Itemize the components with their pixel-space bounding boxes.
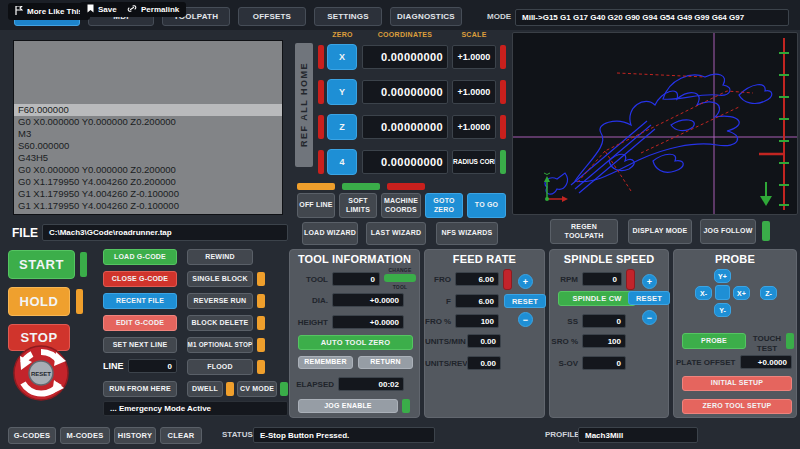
run-from-here-button[interactable]: RUN FROM HERE	[103, 381, 177, 397]
edit-gcode-button[interactable]: EDIT G-CODE	[103, 315, 177, 331]
load-wizard-button[interactable]: LOAD WIZARD	[302, 222, 358, 245]
zero-z-button[interactable]: Z	[327, 114, 357, 140]
zero-y-button[interactable]: Y	[327, 79, 357, 105]
machine-coords-button[interactable]: MACHINE COORDS	[381, 193, 421, 218]
radius-correct-button[interactable]: RADIUS CORRECT	[452, 150, 496, 174]
ref-all-home-button[interactable]: REF ALL HOME	[295, 43, 313, 167]
plate-offset-field[interactable]: +0.0000	[740, 355, 792, 369]
hold-button[interactable]: HOLD	[8, 287, 70, 316]
zero-x-button[interactable]: X	[327, 44, 357, 70]
return-button[interactable]: RETURN	[358, 356, 413, 369]
jog-x-minus-button[interactable]: X-	[695, 286, 712, 300]
jog-follow-button[interactable]: JOG FOLLOW	[700, 219, 756, 244]
reverse-run-button[interactable]: REVERSE RUN	[187, 293, 253, 309]
z-scale-dro[interactable]: +1.0000	[452, 115, 496, 139]
jog-center-button[interactable]	[715, 285, 730, 300]
goto-zero-button[interactable]: GOTO ZERO	[425, 193, 463, 218]
tab-offsets[interactable]: OFFSETS	[238, 7, 306, 26]
single-block-button[interactable]: SINGLE BLOCK	[187, 271, 253, 287]
jog-x-plus-button[interactable]: X+	[733, 286, 750, 300]
auto-tool-zero-button[interactable]: AUTO TOOL ZERO	[298, 335, 413, 350]
toolpath-display[interactable]	[512, 32, 798, 215]
units-min-label: UNITS/MIN	[425, 337, 463, 346]
change-tool-label-top: CHANGE	[382, 267, 418, 273]
nfs-wizards-button[interactable]: NFS WIZARDS	[436, 222, 498, 245]
sro-slider[interactable]	[626, 269, 635, 290]
save-button[interactable]: Save	[80, 2, 124, 17]
rpm-field[interactable]: 0	[582, 272, 622, 286]
initial-setup-button[interactable]: INITIAL SETUP	[682, 376, 792, 391]
recent-file-button[interactable]: RECENT FILE	[103, 293, 177, 309]
regen-toolpath-button[interactable]: REGEN TOOLPATH	[550, 219, 618, 244]
more-like-this-button[interactable]: More Like This	[8, 3, 90, 20]
hold-led	[76, 289, 83, 314]
to-go-button[interactable]: TO GO	[467, 193, 506, 218]
sro-pct-field[interactable]: 100	[582, 334, 626, 348]
gcode-window[interactable]: F60.000000 G0 X0.000000 Y0.000000 Z0.200…	[13, 40, 283, 215]
history-button[interactable]: HISTORY	[114, 427, 156, 444]
tab-diagnostics[interactable]: DIAGNOSTICS	[390, 7, 462, 26]
tool-number-field[interactable]: 0	[332, 272, 380, 286]
spindle-plus-button[interactable]: +	[642, 274, 657, 289]
z-direction-arrow-icon	[760, 182, 772, 206]
f-field[interactable]: 6.00	[455, 294, 499, 308]
last-wizard-button[interactable]: LAST WIZARD	[366, 222, 426, 245]
probe-button[interactable]: PROBE	[682, 333, 746, 349]
bookmark-icon	[87, 4, 94, 15]
dwell-button[interactable]: DWELL	[187, 381, 223, 397]
flood-button[interactable]: FLOOD	[187, 359, 253, 375]
display-mode-button[interactable]: DISPLAY MODE	[628, 219, 692, 244]
rewind-button[interactable]: REWIND	[187, 249, 253, 265]
spindle-cw-button[interactable]: SPINDLE CW	[558, 291, 636, 306]
change-tool-button[interactable]	[384, 274, 416, 282]
reverse-run-led	[257, 294, 265, 308]
block-delete-button[interactable]: BLOCK DELETE	[187, 315, 253, 331]
off-line-button[interactable]: OFF LINE	[297, 193, 335, 218]
feed-reset-button[interactable]: RESET	[504, 294, 546, 308]
units-rev-field: 0.00	[467, 356, 501, 370]
zero-4-button[interactable]: 4	[327, 149, 357, 175]
a-status-led	[500, 150, 506, 174]
x-scale-dro[interactable]: +1.0000	[452, 45, 496, 69]
profile-value[interactable]: Mach3Mill	[578, 427, 698, 443]
m1-optional-stop-button[interactable]: M1 OPTIONAL STOP	[187, 337, 253, 353]
file-path-field[interactable]: C:\Mach3\GCode\roadrunner.tap	[42, 224, 288, 241]
m1-optional-stop-led	[257, 338, 265, 352]
fro-field[interactable]: 6.00	[455, 272, 499, 286]
dia-field[interactable]: +0.0000	[332, 293, 404, 307]
x-dro[interactable]: 0.00000000	[362, 45, 448, 69]
z-dro[interactable]: 0.00000000	[362, 115, 448, 139]
jog-y-plus-button[interactable]: Y+	[714, 269, 731, 283]
height-field[interactable]: +0.0000	[332, 315, 404, 329]
feed-plus-button[interactable]: +	[518, 274, 533, 289]
spindle-minus-button[interactable]: −	[642, 310, 657, 325]
x-limit-led	[500, 45, 506, 69]
cv-mode-button[interactable]: CV MODE	[237, 381, 277, 397]
load-gcode-button[interactable]: LOAD G-CODE	[103, 249, 177, 265]
start-button[interactable]: START	[8, 250, 75, 279]
clear-button[interactable]: CLEAR	[160, 427, 202, 444]
tab-settings[interactable]: SETTINGS	[314, 7, 382, 26]
close-gcode-button[interactable]: CLOSE G-CODE	[103, 271, 177, 287]
feed-minus-button[interactable]: −	[518, 312, 533, 327]
remember-button[interactable]: REMEMBER	[298, 356, 353, 369]
spindle-reset-button[interactable]: RESET	[628, 291, 670, 305]
a-dro[interactable]: 0.00000000	[362, 150, 448, 174]
jog-enable-button[interactable]: JOG ENABLE	[298, 399, 398, 413]
soft-limits-button[interactable]: SOFT LIMITS	[339, 193, 377, 218]
y-dro[interactable]: 0.00000000	[362, 80, 448, 104]
g-codes-button[interactable]: G-CODES	[8, 427, 56, 444]
jog-z-minus-button[interactable]: Z-	[760, 286, 777, 300]
elapsed-label: ELAPSED	[292, 380, 334, 389]
set-next-line-button[interactable]: SET NEXT LINE	[103, 337, 177, 353]
fro-pct-field[interactable]: 100	[455, 314, 499, 328]
reset-button[interactable]: RESET	[12, 344, 70, 402]
fro-slider[interactable]	[503, 269, 512, 290]
fro-label: FRO	[425, 275, 451, 284]
line-number-field[interactable]: 0	[128, 359, 177, 373]
m-codes-button[interactable]: M-CODES	[60, 427, 110, 444]
jog-y-minus-button[interactable]: Y-	[714, 303, 731, 317]
y-scale-dro[interactable]: +1.0000	[452, 80, 496, 104]
zero-tool-setup-button[interactable]: ZERO TOOL SETUP	[682, 399, 792, 414]
permalink-button[interactable]: Permalink	[120, 2, 186, 17]
